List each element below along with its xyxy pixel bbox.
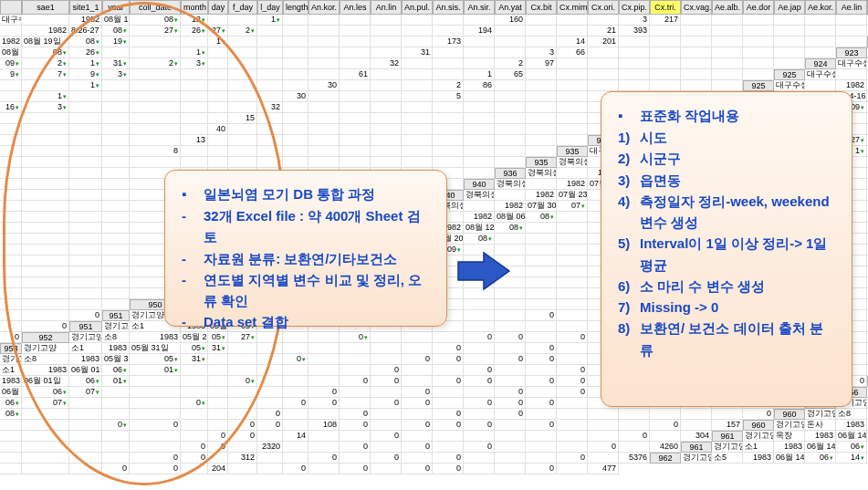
cell[interactable] bbox=[495, 135, 526, 146]
cell[interactable] bbox=[495, 91, 526, 102]
row-header[interactable]: 953 bbox=[0, 343, 22, 354]
col-header[interactable]: Cx.pip. bbox=[619, 0, 650, 15]
cell[interactable]: 소1 bbox=[69, 343, 102, 354]
cell[interactable] bbox=[257, 91, 283, 102]
cell[interactable]: 0 bbox=[208, 442, 228, 453]
cell[interactable] bbox=[69, 168, 102, 179]
cell[interactable] bbox=[181, 124, 208, 135]
cell[interactable]: 0 bbox=[433, 420, 464, 431]
cell[interactable]: 173 bbox=[433, 36, 464, 47]
cell[interactable]: 05▾ bbox=[208, 332, 228, 343]
cell[interactable] bbox=[526, 223, 557, 234]
cell[interactable] bbox=[69, 223, 102, 234]
cell[interactable] bbox=[257, 343, 283, 354]
cell[interactable]: 0 bbox=[257, 420, 283, 431]
col-header[interactable]: Cx.ori. bbox=[588, 0, 619, 15]
cell[interactable] bbox=[557, 431, 588, 442]
cell[interactable]: 1982 bbox=[557, 179, 588, 190]
cell[interactable] bbox=[309, 113, 340, 124]
cell[interactable] bbox=[69, 409, 102, 420]
cell[interactable] bbox=[371, 420, 402, 431]
cell[interactable] bbox=[526, 124, 557, 135]
cell[interactable] bbox=[130, 47, 181, 58]
cell[interactable] bbox=[557, 234, 588, 245]
cell[interactable]: 0 bbox=[433, 354, 464, 365]
cell[interactable]: 경기고양 bbox=[712, 442, 743, 453]
cell[interactable] bbox=[22, 299, 69, 310]
cell[interactable] bbox=[557, 212, 588, 223]
cell[interactable] bbox=[402, 91, 433, 102]
cell[interactable] bbox=[650, 36, 681, 47]
cell[interactable] bbox=[557, 135, 588, 146]
cell[interactable] bbox=[257, 80, 283, 91]
cell[interactable] bbox=[557, 442, 588, 453]
row-header[interactable]: 925 bbox=[774, 69, 805, 80]
cell[interactable] bbox=[557, 354, 588, 365]
cell[interactable] bbox=[464, 135, 495, 146]
col-header[interactable]: l_day bbox=[257, 0, 283, 15]
cell[interactable] bbox=[526, 15, 557, 26]
cell[interactable]: 0 bbox=[402, 442, 433, 453]
cell[interactable] bbox=[69, 464, 102, 474]
cell[interactable]: 5376 bbox=[619, 453, 650, 464]
cell[interactable]: 0 bbox=[371, 431, 402, 442]
cell[interactable] bbox=[257, 464, 283, 474]
cell[interactable] bbox=[433, 124, 464, 135]
cell[interactable] bbox=[309, 15, 340, 26]
cell[interactable] bbox=[526, 442, 557, 453]
cell[interactable] bbox=[257, 69, 283, 80]
cell[interactable] bbox=[102, 102, 130, 113]
cell[interactable] bbox=[69, 442, 102, 453]
cell[interactable] bbox=[0, 168, 22, 179]
cell[interactable] bbox=[557, 102, 588, 113]
cell[interactable]: 08▾ bbox=[130, 15, 181, 26]
cell[interactable] bbox=[619, 420, 650, 431]
cell[interactable]: 경북의성군 bbox=[464, 190, 495, 201]
cell[interactable]: 경기고양 bbox=[0, 354, 22, 365]
cell[interactable]: 1983 bbox=[22, 365, 69, 376]
cell[interactable]: 소5 bbox=[712, 453, 743, 464]
cell[interactable]: 05월 31일 bbox=[102, 354, 130, 365]
cell[interactable] bbox=[588, 69, 619, 80]
cell[interactable]: 0 bbox=[557, 365, 588, 376]
cell[interactable] bbox=[805, 36, 836, 47]
cell[interactable]: 06월 14일 bbox=[836, 431, 867, 442]
cell[interactable] bbox=[283, 343, 309, 354]
cell[interactable] bbox=[22, 135, 69, 146]
cell[interactable] bbox=[743, 15, 774, 26]
cell[interactable] bbox=[181, 102, 208, 113]
cell[interactable] bbox=[102, 453, 130, 464]
cell[interactable] bbox=[283, 420, 309, 431]
cell[interactable] bbox=[526, 255, 557, 266]
cell[interactable] bbox=[69, 277, 102, 288]
cell[interactable] bbox=[257, 453, 283, 464]
cell[interactable] bbox=[69, 157, 102, 168]
cell[interactable]: 07월 30일 bbox=[526, 201, 557, 212]
cell[interactable] bbox=[340, 26, 371, 36]
cell[interactable] bbox=[22, 310, 69, 321]
cell[interactable] bbox=[557, 168, 588, 179]
cell[interactable] bbox=[257, 387, 283, 398]
cell[interactable] bbox=[283, 453, 309, 464]
cell[interactable]: 30 bbox=[283, 91, 309, 102]
col-header[interactable]: An.pul. bbox=[402, 0, 433, 15]
cell[interactable]: 경북의성군 bbox=[526, 168, 557, 179]
cell[interactable]: 0 bbox=[526, 464, 557, 474]
cell[interactable] bbox=[340, 15, 371, 26]
cell[interactable] bbox=[371, 15, 402, 26]
cell[interactable] bbox=[208, 113, 228, 124]
col-header[interactable]: f_day bbox=[228, 0, 257, 15]
cell[interactable] bbox=[340, 113, 371, 124]
cell[interactable]: 0 bbox=[619, 431, 650, 442]
cell[interactable] bbox=[102, 387, 130, 398]
cell[interactable]: 경기고양 bbox=[22, 343, 69, 354]
cell[interactable] bbox=[557, 58, 588, 69]
cell[interactable] bbox=[0, 190, 22, 201]
cell[interactable]: 0 bbox=[526, 343, 557, 354]
cell[interactable] bbox=[309, 91, 340, 102]
cell[interactable] bbox=[836, 26, 867, 36]
cell[interactable] bbox=[283, 442, 309, 453]
cell[interactable] bbox=[526, 387, 557, 398]
cell[interactable] bbox=[402, 409, 433, 420]
col-header[interactable]: An.yat bbox=[495, 0, 526, 15]
